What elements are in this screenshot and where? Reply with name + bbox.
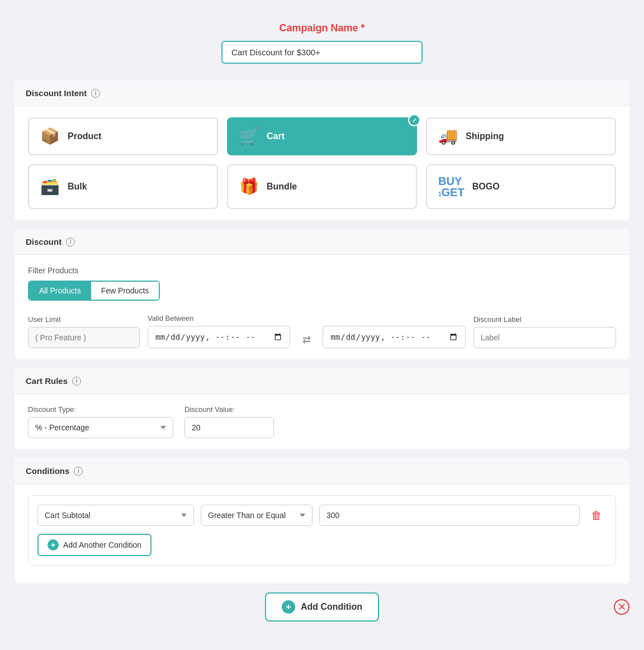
intent-card-product[interactable]: 📦 Product xyxy=(28,117,218,155)
condition-delete-btn[interactable]: 🗑 xyxy=(589,507,604,524)
intent-grid: 📦 Product ✓ 🛒 Cart 🚚 Shipping 🗃️ Bulk xyxy=(28,117,616,209)
bundle-label: Bundle xyxy=(267,182,297,192)
swap-icon: ⇄ xyxy=(298,334,315,348)
conditions-title: Conditions xyxy=(26,466,69,476)
discount-type-select[interactable]: % - Percentage $ - Fixed Amount xyxy=(28,417,173,438)
condition-type-select[interactable]: Cart Subtotal Cart Quantity Product Coun… xyxy=(37,505,194,526)
discount-section: Discount i Filter Products All Products … xyxy=(15,229,629,359)
cart-rules-info-icon: i xyxy=(72,377,81,386)
bulk-icon: 🗃️ xyxy=(40,179,60,194)
discount-intent-section: Discount Intent i 📦 Product ✓ 🛒 Cart 🚚 S… xyxy=(15,80,629,220)
add-another-plus-icon: + xyxy=(48,539,59,551)
campaign-name-input[interactable] xyxy=(221,41,423,64)
discount-type-group: Discount Type: % - Percentage $ - Fixed … xyxy=(28,405,173,438)
remove-condition-icon: ✕ xyxy=(614,599,629,615)
cart-rules-title: Cart Rules xyxy=(26,376,68,386)
conditions-header: Conditions i xyxy=(15,458,629,484)
remove-condition-btn[interactable]: ✕ xyxy=(614,599,629,615)
condition-fields: Cart Subtotal Cart Quantity Product Coun… xyxy=(37,505,607,526)
cart-rules-row: Discount Type: % - Percentage $ - Fixed … xyxy=(28,405,616,438)
discount-header: Discount i xyxy=(15,229,629,255)
shipping-icon: 🚚 xyxy=(438,129,458,144)
add-another-label: Add Another Condition xyxy=(63,540,141,549)
add-condition-section: + Add Condition ✕ xyxy=(15,592,629,621)
discount-label-input[interactable] xyxy=(473,327,616,348)
shipping-label: Shipping xyxy=(466,131,504,141)
valid-to-input[interactable] xyxy=(323,326,465,348)
intent-card-bundle[interactable]: 🎁 Bundle xyxy=(227,164,417,209)
cart-label: Cart xyxy=(267,131,285,141)
add-condition-plus-icon: + xyxy=(282,600,295,614)
valid-from-input[interactable] xyxy=(148,326,290,348)
cart-check-badge: ✓ xyxy=(408,114,420,126)
discount-label-label: Discount Label xyxy=(473,315,616,324)
discount-type-label: Discount Type: xyxy=(28,405,173,414)
discount-intent-header: Discount Intent i xyxy=(15,80,629,106)
conditions-body: Cart Subtotal Cart Quantity Product Coun… xyxy=(15,484,629,583)
cart-icon: 🛒 xyxy=(239,129,259,144)
user-limit-input[interactable] xyxy=(28,327,140,348)
filter-few-products-btn[interactable]: Few Products xyxy=(91,282,159,300)
discount-intent-title: Discount Intent xyxy=(26,88,87,98)
filter-toggle: All Products Few Products xyxy=(28,281,160,301)
discount-form-row: User Limit Valid Between ⇄ Discount Labe… xyxy=(28,314,616,348)
condition-operator-wrapper: Greater Than or Equal Less Than or Equal… xyxy=(201,505,312,526)
condition-delete-wrapper: 🗑 xyxy=(586,507,607,524)
valid-to-group xyxy=(323,314,465,348)
discount-intent-body: 📦 Product ✓ 🛒 Cart 🚚 Shipping 🗃️ Bulk xyxy=(15,106,629,220)
condition-row: Cart Subtotal Cart Quantity Product Coun… xyxy=(28,495,616,566)
conditions-section: Conditions i Cart Subtotal Cart Quantity… xyxy=(15,458,629,583)
discount-body: Filter Products All Products Few Product… xyxy=(15,255,629,359)
bogo-icon: BUY1GET xyxy=(438,175,465,198)
discount-intent-info-icon: i xyxy=(91,89,100,98)
campaign-name-label: Campaign Name * xyxy=(15,22,629,34)
valid-to-spacer-label xyxy=(323,314,465,322)
filter-products-label: Filter Products xyxy=(28,266,616,275)
discount-value-input[interactable] xyxy=(184,417,274,438)
campaign-name-section: Campaign Name * xyxy=(15,11,629,80)
discount-title: Discount xyxy=(26,237,61,246)
cart-rules-body: Discount Type: % - Percentage $ - Fixed … xyxy=(15,394,629,449)
discount-label-group: Discount Label xyxy=(473,315,616,348)
page-container: Campaign Name * Discount Intent i 📦 Prod… xyxy=(15,11,629,621)
user-limit-label: User Limit xyxy=(28,315,140,324)
intent-card-cart[interactable]: ✓ 🛒 Cart xyxy=(227,117,417,155)
condition-value-input[interactable] xyxy=(319,505,580,526)
bogo-label: BOGO xyxy=(472,182,500,192)
product-label: Product xyxy=(68,131,101,141)
add-condition-label: Add Condition xyxy=(301,602,362,612)
cart-rules-header: Cart Rules i xyxy=(15,368,629,394)
product-icon: 📦 xyxy=(40,129,60,144)
conditions-info-icon: i xyxy=(74,467,83,476)
condition-value-wrapper xyxy=(319,505,580,526)
cart-rules-section: Cart Rules i Discount Type: % - Percenta… xyxy=(15,368,629,449)
discount-value-group: Discount Value: xyxy=(184,405,274,438)
filter-all-products-btn[interactable]: All Products xyxy=(29,282,91,300)
condition-type-wrapper: Cart Subtotal Cart Quantity Product Coun… xyxy=(37,505,194,526)
bundle-icon: 🎁 xyxy=(239,179,259,194)
condition-operator-select[interactable]: Greater Than or Equal Less Than or Equal… xyxy=(201,505,312,526)
bulk-label: Bulk xyxy=(68,182,87,192)
intent-card-bulk[interactable]: 🗃️ Bulk xyxy=(28,164,218,209)
intent-card-shipping[interactable]: 🚚 Shipping xyxy=(426,117,616,155)
valid-from-group: Valid Between xyxy=(148,314,290,348)
add-condition-btn[interactable]: + Add Condition xyxy=(265,592,379,621)
discount-value-label: Discount Value: xyxy=(184,405,274,414)
required-asterisk: * xyxy=(361,22,365,34)
add-another-condition-btn[interactable]: + Add Another Condition xyxy=(37,534,151,556)
user-limit-group: User Limit xyxy=(28,315,140,348)
discount-info-icon: i xyxy=(66,238,75,246)
valid-between-label: Valid Between xyxy=(148,314,290,322)
intent-card-bogo[interactable]: BUY1GET BOGO xyxy=(426,164,616,209)
